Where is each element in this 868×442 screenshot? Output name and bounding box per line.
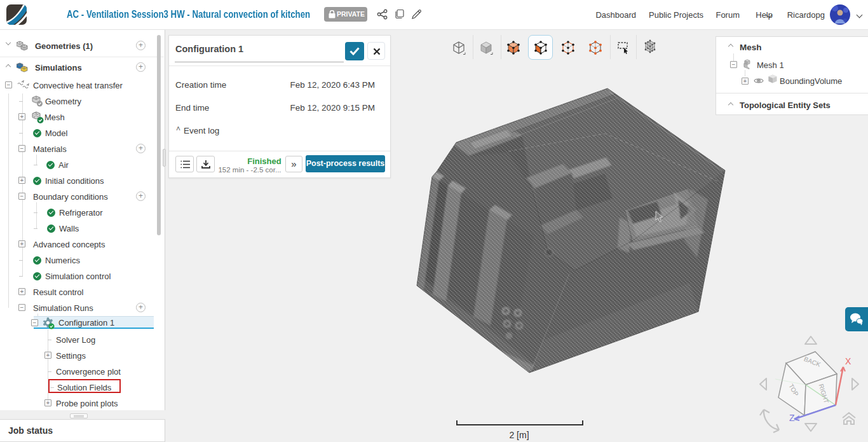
svg-text:Z: Z bbox=[789, 413, 795, 423]
svg-text:X: X bbox=[845, 356, 851, 366]
